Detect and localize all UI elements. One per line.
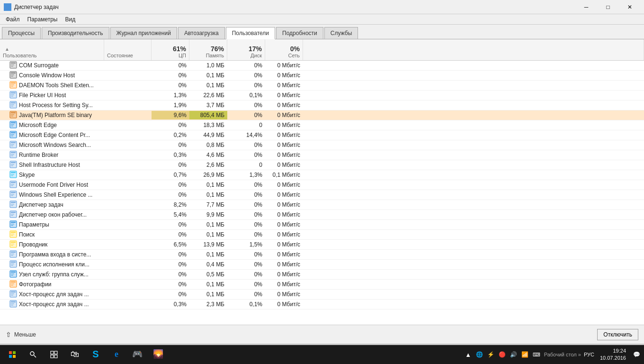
tray-keyboard[interactable]: ⌨ [532,350,541,359]
menu-parameters[interactable]: Параметры [24,15,62,24]
table-row[interactable]: Microsoft Edge Content Pr... 0,2% 44,9 М… [0,130,644,140]
process-icon [9,111,17,120]
table-row[interactable]: Skype 0,7% 26,9 МБ 1,3% 0,1 Мбит/с [0,170,644,180]
col-header-status[interactable]: Состояние [104,39,152,60]
svg-rect-81 [11,212,16,213]
table-row[interactable]: Диспетчер окон рабочег... 5,4% 9,9 МБ 0%… [0,210,644,220]
table-row[interactable]: DAEMON Tools Shell Exten... 0% 0,1 МБ 0%… [0,81,644,91]
table-row[interactable]: Фотографии 0% 0,1 МБ 0% 0 Мбит/с [0,280,644,290]
process-cpu: 0% [152,230,189,239]
table-row[interactable]: Microsoft Edge 0% 18,3 МБ 0 0 Мбит/с [0,120,644,130]
process-status [104,64,152,66]
process-network: 0 Мбит/с [265,91,303,100]
process-icon [9,91,17,100]
tray-extra[interactable]: 🔴 [498,350,507,359]
table-row[interactable]: Microsoft Windows Search... 0% 0,8 МБ 0%… [0,140,644,150]
process-memory: 0,1 МБ [189,280,227,289]
taskbar-skype-app[interactable]: S [86,345,105,364]
table-row[interactable]: Runtime Broker 0,3% 4,6 МБ 0% 0 Мбит/с [0,150,644,160]
table-row[interactable]: Хост-процесс для задач ... 0,3% 2,3 МБ 0… [0,300,644,309]
table-row[interactable]: Программа входа в систе... 0% 0,1 МБ 0% … [0,250,644,260]
col-header-user[interactable]: ▲ Пользователь [0,39,104,60]
svg-rect-86 [11,222,16,223]
process-row-pad [303,104,644,106]
process-cpu: 0% [152,61,189,70]
table-row[interactable]: Диспетчер задач 8,2% 7,7 МБ 0% 0 Мбит/с [0,200,644,210]
taskbar-game-app[interactable]: 🎮 [128,345,147,364]
table-row[interactable]: Host Process for Setting Sy... 1,9% 3,7 … [0,100,644,110]
less-button[interactable]: ⇧ Меньше [6,331,36,338]
process-row-pad [303,214,644,216]
svg-rect-27 [11,104,14,105]
tray-daemon[interactable]: ⚡ [486,350,496,359]
taskview-button[interactable] [45,345,63,364]
process-table[interactable]: COM Surrogate 0% 1,0 МБ 0% 0 Мбит/с Cons… [0,61,644,325]
table-row[interactable]: Java(TM) Platform SE binary 9,6% 805,4 М… [0,110,644,120]
process-network: 0 Мбит/с [265,230,303,239]
tab-apphistory[interactable]: Журнал приложений [110,27,177,39]
table-row[interactable]: Console Window Host 0% 0,1 МБ 0% 0 Мбит/… [0,71,644,81]
process-status [104,303,152,305]
process-disk: 0% [227,101,265,109]
process-cpu: 0,2% [152,131,189,139]
table-row[interactable]: Поиск 0% 0,1 МБ 0% 0 Мбит/с [0,230,644,240]
table-row[interactable]: Хост-процесс для задач ... 0% 0,1 МБ 0% … [0,290,644,300]
tab-performance[interactable]: Производительность [42,27,109,39]
tab-startup[interactable]: Автозагрузка [178,27,225,39]
process-disk: 0% [227,270,265,279]
process-cpu: 0% [152,220,189,229]
menu-file[interactable]: Файл [2,15,24,24]
svg-rect-83 [11,215,13,216]
col-header-memory[interactable]: 76% Память [189,39,227,60]
tray-network[interactable]: 🌐 [475,350,484,359]
table-row[interactable]: Узел служб: группа служ... 0% 0,5 МБ 0% … [0,270,644,280]
process-row-pad [303,74,644,76]
tray-network2[interactable]: 📶 [520,350,530,359]
notification-center[interactable]: 💬 [632,350,641,359]
tab-users[interactable]: Пользователи [226,27,275,39]
table-row[interactable]: Shell Infrastructure Host 0% 2,6 МБ 0 0 … [0,160,644,170]
col-header-network[interactable]: 0% Сеть [265,39,303,60]
table-row[interactable]: COM Surrogate 0% 1,0 МБ 0% 0 Мбит/с [0,61,644,71]
start-button[interactable] [3,345,22,364]
taskbar-edge-app[interactable]: e [107,345,126,364]
menu-view[interactable]: Вид [61,15,79,24]
tray-show-hidden[interactable]: ▲ [464,350,473,359]
col-header-disk[interactable]: 17% Диск [227,39,265,60]
process-icon [9,161,17,170]
desktop-label[interactable]: Рабочий стол » [544,352,581,357]
disconnect-button[interactable]: Отключить [597,329,638,340]
clock[interactable]: 19:24 10.07.2016 [597,346,629,363]
tab-details[interactable]: Подробности [276,27,323,39]
process-status [104,224,152,226]
table-row[interactable]: Процесс исполнения кли... 0% 0,4 МБ 0% 0… [0,260,644,270]
process-name: DAEMON Tools Shell Exten... [0,80,104,91]
process-status [104,154,152,156]
lang-indicator[interactable]: РУС [584,352,594,357]
table-row[interactable]: Usermode Font Driver Host 0% 0,1 МБ 0% 0… [0,180,644,190]
table-row[interactable]: Windows Shell Experience ... 0% 0,1 МБ 0… [0,190,644,200]
table-row[interactable]: File Picker UI Host 1,3% 22,6 МБ 0,1% 0 … [0,91,644,100]
chevron-up-icon: ⇧ [6,331,11,338]
minimize-button[interactable]: ─ [576,0,597,14]
table-row[interactable]: Проводник 6,5% 13,9 МБ 1,5% 0 Мбит/с [0,240,644,250]
svg-rect-91 [11,232,16,233]
tray-volume[interactable]: 🔊 [509,350,519,359]
svg-rect-71 [11,192,16,193]
tab-services[interactable]: Службы [324,27,358,39]
process-row-pad [303,134,644,136]
tab-processes[interactable]: Процессы [2,27,41,39]
process-network: 0 Мбит/с [265,210,303,219]
search-taskbar-button[interactable] [24,345,43,364]
col-header-cpu[interactable]: 61% ЦП [152,39,189,60]
process-network: 0 Мбит/с [265,300,303,309]
taskbar-store-app[interactable]: 🛍 [65,345,84,364]
close-button[interactable]: ✕ [619,0,640,14]
process-name: Диспетчер задач [0,200,104,210]
taskbar-photo-app[interactable]: 🌄 [149,345,168,364]
process-status [104,144,152,146]
table-row[interactable]: Параметры 0% 0,1 МБ 0% 0 Мбит/с [0,220,644,230]
process-memory: 9,9 МБ [189,210,227,219]
maximize-button[interactable]: □ [598,0,618,14]
svg-rect-88 [11,225,13,226]
